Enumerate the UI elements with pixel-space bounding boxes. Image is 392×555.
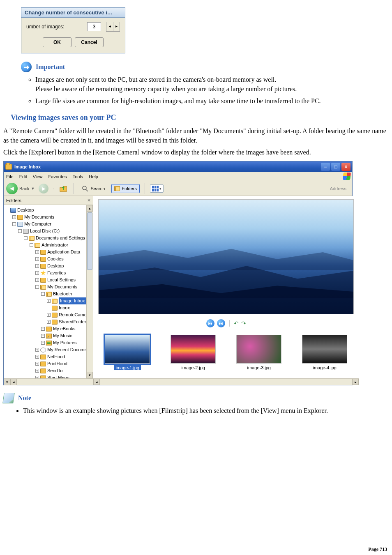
tree-item-printhood[interactable]: +PrintHood bbox=[5, 360, 93, 367]
tree-item-nethood[interactable]: +NetHood bbox=[5, 353, 93, 360]
filmstrip-nav: ⏮ ⏭ ↶ ↷ bbox=[93, 319, 359, 327]
folder-icon bbox=[17, 215, 23, 220]
drive-icon bbox=[23, 229, 29, 234]
svg-line-1 bbox=[86, 189, 88, 191]
folder-icon bbox=[40, 278, 46, 283]
thumbnail[interactable]: image-2.jpg bbox=[166, 335, 220, 370]
note-item: This window is an example showing pictur… bbox=[23, 406, 389, 415]
tree-item-bluetooth[interactable]: −Bluetooth bbox=[5, 290, 93, 297]
tree-item-my-pictures[interactable]: +My Pictures bbox=[5, 339, 93, 346]
folder-icon bbox=[46, 292, 52, 297]
tree-item-cookies[interactable]: +Cookies bbox=[5, 256, 93, 263]
tree-item-my-ebooks[interactable]: +My eBooks bbox=[5, 325, 93, 332]
search-button[interactable]: Search bbox=[79, 183, 107, 194]
music-folder-icon bbox=[46, 334, 52, 339]
explorer-window: Image Inbox – □ × File Edit View Favorit… bbox=[3, 161, 353, 385]
tree-item-image-inbox[interactable]: +Image Inbox bbox=[5, 297, 93, 304]
menu-view[interactable]: View bbox=[33, 174, 43, 179]
menu-file[interactable]: File bbox=[6, 174, 14, 179]
rotate-cw-button[interactable]: ↷ bbox=[241, 320, 246, 327]
thumbnail[interactable]: image-3.jpg bbox=[232, 335, 286, 370]
important-heading: Important bbox=[36, 63, 65, 71]
scroll-up-icon[interactable]: ▴ bbox=[87, 205, 93, 212]
menu-favorites[interactable]: Favorites bbox=[48, 174, 67, 179]
forward-button[interactable]: ► bbox=[39, 184, 48, 193]
up-button[interactable] bbox=[58, 183, 69, 194]
views-icon bbox=[152, 186, 159, 191]
tree-item-desktop-folder[interactable]: +Desktop bbox=[5, 263, 93, 269]
important-item: Large file sizes are common for high-res… bbox=[35, 96, 389, 106]
note-list: This window is an example showing pictur… bbox=[23, 406, 389, 415]
cancel-button[interactable]: Cancel bbox=[75, 37, 104, 47]
rotate-ccw-button[interactable]: ↶ bbox=[234, 320, 239, 327]
tree-item-application-data[interactable]: +Application Data bbox=[5, 249, 93, 256]
images-count-stepper[interactable]: ◂ ▸ bbox=[106, 22, 120, 32]
folder-icon bbox=[52, 313, 58, 318]
folders-button[interactable]: Folders bbox=[111, 184, 140, 193]
thumbnail-caption: image-1.jpg bbox=[114, 365, 141, 370]
ok-button[interactable]: OK bbox=[43, 37, 71, 47]
folder-icon bbox=[52, 320, 58, 325]
back-dropdown-icon[interactable]: ▼ bbox=[31, 187, 35, 191]
tree-item-inbox[interactable]: Inbox bbox=[5, 304, 93, 311]
folder-icon bbox=[40, 257, 46, 262]
prev-image-button[interactable]: ⏮ bbox=[206, 319, 214, 327]
tree-item-start-menu[interactable]: +Start Menu bbox=[5, 374, 93, 378]
scroll-right-icon[interactable]: ▸ bbox=[352, 379, 359, 385]
tree-item-my-documents[interactable]: +My Documents bbox=[5, 214, 93, 221]
tree-item-local-disk[interactable]: −Local Disk (C:) bbox=[5, 228, 93, 235]
minimize-button[interactable]: – bbox=[321, 163, 330, 171]
tree-item-remote-camera[interactable]: +RemoteCamera bbox=[5, 311, 93, 318]
tree-item-documents-settings[interactable]: −Documents and Settings bbox=[5, 235, 93, 242]
tree-item-sendto[interactable]: +SendTo bbox=[5, 367, 93, 374]
folder-icon bbox=[46, 327, 52, 332]
tree-item-my-documents-2[interactable]: −My Documents bbox=[5, 283, 93, 290]
tree-item-my-music[interactable]: +My Music bbox=[5, 332, 93, 339]
folder-icon bbox=[40, 375, 46, 379]
menu-help[interactable]: Help bbox=[89, 174, 98, 179]
folder-icon bbox=[40, 368, 46, 373]
scroll-thumb[interactable] bbox=[87, 212, 92, 270]
thumbnail-image bbox=[171, 335, 216, 364]
tree-item-my-computer[interactable]: −My Computer bbox=[5, 221, 93, 228]
thumbnail[interactable]: image-1.jpg bbox=[101, 335, 154, 370]
back-label: Back bbox=[19, 186, 29, 191]
tree-item-favorites[interactable]: +Favorites bbox=[5, 269, 93, 276]
folder-icon bbox=[52, 306, 58, 311]
folder-icon bbox=[40, 285, 46, 290]
folders-pane-close-icon[interactable]: × bbox=[88, 197, 91, 203]
important-icon: ➜ bbox=[21, 62, 32, 72]
stepper-right-icon[interactable]: ▸ bbox=[113, 22, 120, 31]
scroll-left-icon[interactable]: ◂ bbox=[93, 379, 100, 385]
star-icon bbox=[40, 270, 46, 276]
change-number-dialog: Change number of consecutive i… umber of… bbox=[21, 7, 125, 53]
windows-flag-icon bbox=[343, 173, 351, 180]
next-image-button[interactable]: ⏭ bbox=[217, 319, 225, 327]
tree-item-shared-folder[interactable]: +SharedFolder bbox=[5, 318, 93, 325]
thumbnail-caption: image-2.jpg bbox=[182, 365, 205, 370]
back-button[interactable]: ◄ bbox=[6, 183, 18, 194]
explorer-toolbar: ◄ Back ▼ ► · Search Folders ▾ Address bbox=[4, 181, 352, 196]
folders-pane-label: Folders bbox=[6, 198, 21, 203]
views-button[interactable]: ▾ bbox=[150, 184, 164, 193]
stepper-left-icon[interactable]: ◂ bbox=[106, 22, 113, 31]
tree-scroll-left-icon[interactable]: ◂ bbox=[10, 379, 17, 385]
tree-dropdown-icon[interactable]: ▾ bbox=[4, 379, 10, 385]
scroll-down-icon[interactable]: ▾ bbox=[87, 372, 93, 378]
important-callout: ➜ Important bbox=[21, 62, 389, 72]
folder-icon bbox=[40, 264, 46, 269]
tree-item-administrator[interactable]: −Administrator bbox=[5, 242, 93, 249]
folder-icon bbox=[40, 250, 46, 255]
thumbnail[interactable]: image-4.jpg bbox=[298, 335, 351, 370]
maximize-button[interactable]: □ bbox=[331, 163, 340, 171]
tree-scrollbar[interactable]: ▴ ▾ bbox=[86, 205, 93, 378]
images-count-value[interactable]: 3 bbox=[87, 22, 101, 31]
tree-item-my-recent[interactable]: +My Recent Documents bbox=[5, 346, 93, 353]
tree-item-local-settings[interactable]: +Local Settings bbox=[5, 276, 93, 283]
menu-edit[interactable]: Edit bbox=[19, 174, 27, 179]
close-button[interactable]: × bbox=[341, 163, 350, 171]
content-hscrollbar[interactable]: ◂ ▸ bbox=[93, 378, 359, 385]
folder-icon bbox=[40, 355, 46, 359]
tree-item-desktop[interactable]: Desktop bbox=[5, 207, 93, 214]
menu-tools[interactable]: Tools bbox=[73, 174, 83, 179]
